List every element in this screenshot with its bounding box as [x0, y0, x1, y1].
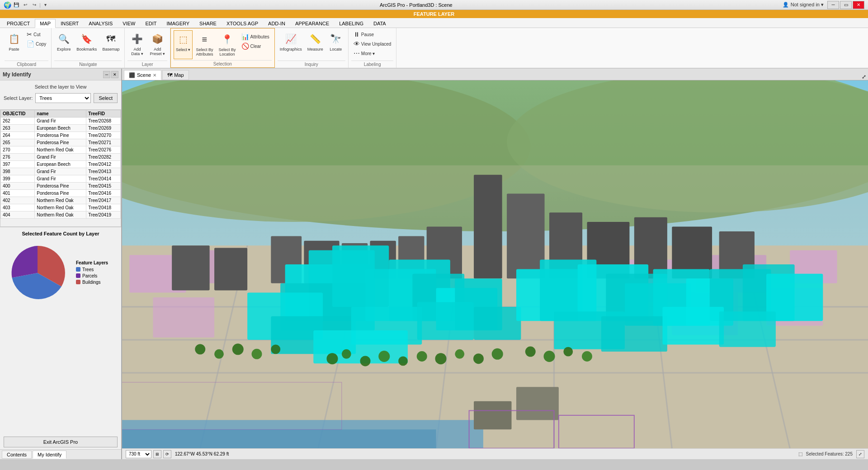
svg-point-77: [195, 344, 205, 354]
exit-arcgis-btn[interactable]: Exit ArcGIS Pro: [4, 437, 118, 447]
map-view: ⬛ Scene ✕ 🗺 Map ⤢: [122, 69, 868, 459]
svg-point-73: [435, 353, 446, 364]
tab-view[interactable]: VIEW: [118, 19, 140, 28]
tab-imagery[interactable]: IMAGERY: [162, 19, 195, 28]
save-qa-btn[interactable]: 💾: [12, 1, 20, 9]
undo-qa-btn[interactable]: ↩: [21, 1, 29, 9]
tab-my-identify[interactable]: My Identify: [33, 451, 66, 459]
svg-point-71: [398, 357, 408, 366]
legend-parcels: Parcels: [76, 273, 108, 278]
identify-subtitle: Select the layer to View: [4, 84, 118, 89]
tab-contents[interactable]: Contents: [2, 451, 32, 459]
labeling-group-label: Labeling: [351, 61, 394, 68]
paste-btn[interactable]: 📋 Paste: [5, 30, 24, 59]
table-row[interactable]: 402Northern Red OakTree/20417: [1, 197, 121, 204]
user-account[interactable]: 👤 Not signed in ▾: [783, 2, 824, 8]
scene-3d[interactable]: [122, 80, 868, 448]
add-data-btn[interactable]: ➕ AddData ▾: [127, 30, 146, 59]
measure-icon: 📏: [308, 32, 322, 46]
customize-qa-btn[interactable]: ▾: [42, 1, 50, 9]
tab-map[interactable]: MAP: [35, 19, 56, 28]
table-row[interactable]: 401Ponderosa PineTree/20416: [1, 190, 121, 197]
basemap-btn[interactable]: 🗺 Basemap: [100, 30, 122, 59]
map-tab-map[interactable]: 🗺 Map: [162, 70, 189, 80]
table-row[interactable]: 262Grand FirTree/20268: [1, 118, 121, 125]
infographics-btn[interactable]: 📈 Infographics: [278, 30, 304, 59]
tab-xtools[interactable]: XTOOLS AGP: [222, 19, 263, 28]
scene-tab-close[interactable]: ✕: [153, 73, 156, 78]
tab-insert[interactable]: INSERT: [56, 19, 84, 28]
select-layer-label: Select Layer:: [4, 95, 33, 101]
table-row[interactable]: 263European BeechTree/20269: [1, 125, 121, 132]
panel-close-btn[interactable]: ✕: [111, 71, 118, 78]
redo-qa-btn[interactable]: ↪: [30, 1, 38, 9]
map-icon: 🗺: [167, 72, 172, 78]
minimize-btn[interactable]: ─: [827, 1, 839, 9]
select-by-attributes-btn[interactable]: ≡ Select ByAttributes: [193, 30, 215, 59]
select-by-location-btn[interactable]: 📍 Select ByLocation: [216, 30, 238, 59]
legend-trees: Trees: [76, 267, 108, 272]
table-row[interactable]: 399Grand FirTree/20414: [1, 175, 121, 183]
map-tab-scene[interactable]: ⬛ Scene ✕: [124, 70, 161, 80]
selected-features-icon: ⬚: [798, 451, 802, 456]
ribbon-group-inquiry: 📈 Infographics 📏 Measure 🔭 Locate Inquir…: [275, 28, 349, 68]
expand-btn[interactable]: ⤢: [856, 450, 864, 458]
tab-project[interactable]: PROJECT: [2, 19, 35, 28]
panel-minimize-btn[interactable]: ─: [103, 71, 110, 78]
clear-icon: 🚫: [241, 42, 249, 50]
panel-title: My Identify: [3, 71, 31, 78]
add-preset-btn[interactable]: 📦 AddPreset ▾: [147, 30, 167, 59]
tab-share[interactable]: SHARE: [194, 19, 222, 28]
table-row[interactable]: 404Northern Red OakTree/20419: [1, 212, 121, 219]
cut-btn[interactable]: ✂ Cut: [24, 30, 48, 39]
select-location-icon: 📍: [220, 32, 234, 47]
copy-btn[interactable]: 📄 Copy: [24, 39, 48, 48]
tab-appearance[interactable]: APPEARANCE: [290, 19, 334, 28]
clear-btn[interactable]: 🚫 Clear: [239, 42, 272, 51]
table-row[interactable]: 397European BeechTree/20412: [1, 161, 121, 168]
status-left: 730 ft 1000 ft 500 ft ⊞ ⟳ 122.67°W 45.53…: [126, 450, 229, 458]
tab-analysis[interactable]: ANALYSIS: [84, 19, 118, 28]
table-row[interactable]: 400Ponderosa PineTree/20415: [1, 183, 121, 190]
tab-data[interactable]: DATA: [368, 19, 391, 28]
scale-select[interactable]: 730 ft 1000 ft 500 ft: [126, 450, 151, 458]
pause-btn[interactable]: ⏸ Pause: [351, 30, 394, 39]
table-row[interactable]: 276Grand FirTree/20282: [1, 154, 121, 161]
select-layer-btn[interactable]: Select: [94, 93, 118, 103]
more-labeling-btn[interactable]: ⋯ More ▾: [351, 49, 394, 58]
data-table: OBJECTID name TreeFID 262Grand FirTree/2…: [0, 110, 121, 219]
svg-point-83: [543, 351, 555, 362]
svg-point-72: [417, 351, 427, 362]
table-row[interactable]: 398Grand FirTree/20413: [1, 168, 121, 175]
more-icon: ⋯: [354, 50, 360, 57]
table-row[interactable]: 270Northern Red OakTree/20276: [1, 146, 121, 154]
tab-labeling[interactable]: LABELING: [334, 19, 368, 28]
restore-btn[interactable]: ▭: [840, 1, 852, 9]
scale-fit-btn[interactable]: ⊞: [153, 450, 161, 458]
svg-rect-24: [507, 193, 544, 278]
main-area: My Identify ─ ✕ Select the layer to View…: [0, 69, 868, 459]
pause-icon: ⏸: [354, 31, 360, 38]
measure-btn[interactable]: 📏 Measure: [305, 30, 326, 59]
close-btn[interactable]: ✕: [853, 1, 864, 9]
scale-sync-btn[interactable]: ⟳: [163, 450, 171, 458]
col-objectid: OBJECTID: [1, 110, 35, 118]
inquiry-group-label: Inquiry: [278, 61, 345, 68]
layer-dropdown[interactable]: Trees Parcels Buildings: [35, 93, 91, 103]
bookmarks-btn[interactable]: 🔖 Bookmarks: [74, 30, 99, 59]
explore-btn[interactable]: 🔍 Explore: [54, 30, 73, 59]
table-row[interactable]: 264Ponderosa PineTree/20270: [1, 132, 121, 139]
bottom-tabs: Contents My Identify: [0, 449, 121, 459]
table-row[interactable]: 403Northern Red OakTree/20418: [1, 204, 121, 212]
tab-addin[interactable]: ADD-IN: [263, 19, 290, 28]
svg-rect-66: [719, 311, 776, 347]
attributes-icon: 📊: [241, 33, 249, 40]
attributes-btn[interactable]: 📊 Attributes: [239, 32, 272, 41]
locate-btn[interactable]: 🔭 Locate: [326, 30, 345, 59]
select-btn-ribbon[interactable]: ⬚ Select ▾: [174, 30, 193, 59]
table-row[interactable]: 265Ponderosa PineTree/20271: [1, 139, 121, 146]
map-maximize-btn[interactable]: ⤢: [862, 74, 866, 80]
tab-edit[interactable]: EDIT: [140, 19, 161, 28]
view-unplaced-btn[interactable]: 👁 View Unplaced: [351, 39, 394, 48]
svg-point-80: [252, 349, 262, 359]
